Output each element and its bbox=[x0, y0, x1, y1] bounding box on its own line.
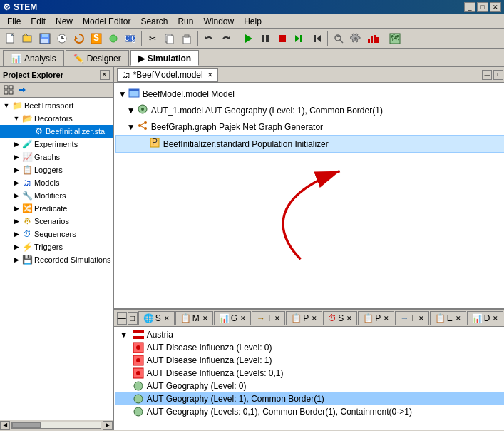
menu-window[interactable]: Window bbox=[199, 15, 238, 28]
menu-run[interactable]: Run bbox=[173, 15, 197, 28]
expand-modifiers[interactable]: ▶ bbox=[11, 191, 21, 201]
tree-item-decorators[interactable]: ▼ 📂 Decorators bbox=[0, 112, 113, 125]
bottom-tab-p1[interactable]: 📋 P ✕ bbox=[286, 311, 322, 325]
expand-experiments[interactable]: ▶ bbox=[11, 139, 21, 149]
expand-aut1-icon[interactable]: ▼ bbox=[127, 106, 137, 116]
menu-help[interactable]: Help bbox=[240, 15, 266, 28]
bottom-header-austria[interactable]: ▼ Austria bbox=[115, 328, 504, 341]
tb-pause-button[interactable] bbox=[257, 31, 273, 46]
tree-item-modifiers[interactable]: ▶ 🔧 Modifiers bbox=[0, 189, 113, 202]
tb-graph-button[interactable] bbox=[365, 31, 381, 46]
tb-rewind-button[interactable] bbox=[309, 31, 324, 46]
expand-beefmodel-icon[interactable]: ▼ bbox=[118, 89, 128, 99]
menu-model-editor[interactable]: Model Editor bbox=[78, 15, 135, 28]
bottom-tab-t1[interactable]: → T ✕ bbox=[252, 311, 285, 325]
bottom-tab-p2[interactable]: 📋 P ✕ bbox=[358, 311, 394, 325]
tree-item-graphs[interactable]: ▶ 📈 Graphs bbox=[0, 151, 113, 163]
tree-item-models[interactable]: ▶ 🗂 Models bbox=[0, 176, 113, 189]
tb-paste-button[interactable] bbox=[179, 31, 195, 46]
bottom-item-1[interactable]: AUT Disease Influenza (Level: 1) bbox=[115, 354, 504, 367]
tb-btn8[interactable]: cfg bbox=[123, 31, 138, 46]
austria-expand-icon[interactable]: ▼ bbox=[118, 329, 130, 340]
tab-simulation[interactable]: ▶ Simulation bbox=[130, 50, 199, 66]
editor-maximize-btn[interactable]: □ bbox=[493, 70, 503, 80]
tree-item-sequencers[interactable]: ▶ ⏱ Sequencers bbox=[0, 228, 113, 240]
maximize-button[interactable]: □ bbox=[477, 2, 488, 12]
bottom-tab-s1-close[interactable]: ✕ bbox=[164, 315, 170, 322]
bottom-tab-d1-close[interactable]: ✕ bbox=[493, 315, 498, 322]
tb-skip-button[interactable] bbox=[292, 31, 307, 46]
bottom-panel-maximize[interactable]: □ bbox=[128, 312, 138, 325]
bottom-tab-p1-close[interactable]: ✕ bbox=[312, 315, 317, 322]
expand-sequencers[interactable]: ▶ bbox=[11, 229, 21, 239]
expand-graphs[interactable]: ▶ bbox=[11, 152, 21, 162]
bottom-item-2[interactable]: AUT Disease Influenza (Levels: 0,1) bbox=[115, 367, 504, 380]
tree-scrollthumb[interactable] bbox=[12, 422, 41, 428]
bottom-tab-t2[interactable]: → T ✕ bbox=[395, 311, 428, 325]
tb-run-button[interactable] bbox=[240, 31, 256, 46]
expand-loggers[interactable]: ▶ bbox=[11, 165, 21, 175]
tree-item-beeftransport[interactable]: ▼ 📁 BeefTransport bbox=[0, 99, 113, 112]
bottom-tab-g1-close[interactable]: ✕ bbox=[240, 315, 246, 322]
tb-new-button[interactable] bbox=[3, 31, 19, 46]
bottom-tab-e1[interactable]: 📋 E ✕ bbox=[430, 311, 466, 325]
tb-clock-button[interactable] bbox=[54, 31, 70, 46]
tb-open-button[interactable] bbox=[20, 31, 36, 46]
bottom-tab-e1-close[interactable]: ✕ bbox=[456, 315, 461, 322]
bottom-tab-m1-close[interactable]: ✕ bbox=[202, 315, 208, 322]
expand-triggers[interactable]: ▶ bbox=[11, 242, 21, 252]
bottom-tab-t2-close[interactable]: ✕ bbox=[418, 315, 424, 322]
tb-cut-button[interactable]: ✂ bbox=[145, 31, 160, 46]
tb-refresh-button[interactable] bbox=[71, 31, 87, 46]
tb-undo-button[interactable] bbox=[201, 31, 217, 46]
expand-models[interactable]: ▶ bbox=[11, 178, 21, 188]
menu-search[interactable]: Search bbox=[136, 15, 172, 28]
tree-item-loggers[interactable]: ▶ 📋 Loggers bbox=[0, 163, 113, 176]
bottom-item-5[interactable]: AUT Geography (Levels: 0,1), Common Bord… bbox=[115, 405, 504, 418]
tb-zoom-button[interactable]: + bbox=[331, 31, 346, 46]
tb-settings-button[interactable] bbox=[348, 31, 364, 46]
bottom-tab-p2-close[interactable]: ✕ bbox=[384, 315, 389, 322]
editor-minimize-btn[interactable]: — bbox=[482, 70, 492, 80]
bottom-item-0[interactable]: AUT Disease Influenza (Level: 0) bbox=[115, 341, 504, 354]
tree-item-scenarios[interactable]: ▶ ⚙ Scenarios bbox=[0, 215, 113, 228]
tb-map-button[interactable]: 🗺 bbox=[387, 31, 403, 46]
tree-scrollbar-h[interactable]: ◀ ▶ bbox=[0, 420, 113, 430]
tree-item-beefinitializer[interactable]: ⚙ BeefInitializer.sta bbox=[0, 125, 113, 138]
tb-btn6[interactable]: S bbox=[88, 31, 104, 46]
bottom-tab-s1[interactable]: 🌐 S ✕ bbox=[138, 311, 175, 325]
menu-new[interactable]: New bbox=[51, 15, 77, 28]
bottom-tab-s2-close[interactable]: ✕ bbox=[346, 315, 352, 322]
model-item-beefmodel[interactable]: ▼ BeefModel.model Model bbox=[115, 86, 504, 102]
model-item-aut1[interactable]: ▼ AUT_1.model AUT Geography (Level: 1), … bbox=[115, 102, 504, 118]
menu-edit[interactable]: Edit bbox=[26, 15, 50, 28]
bottom-tab-s2[interactable]: ⏱ S ✕ bbox=[323, 311, 357, 325]
bottom-tab-g1[interactable]: 📊 G ✕ bbox=[214, 311, 251, 325]
editor-tab-close[interactable]: ✕ bbox=[207, 71, 213, 78]
expand-predicate[interactable]: ▶ bbox=[11, 203, 21, 213]
expand-decorators[interactable]: ▼ bbox=[11, 113, 21, 123]
menu-file[interactable]: File bbox=[3, 15, 25, 28]
collapse-all-button[interactable] bbox=[3, 84, 14, 96]
tb-btn7[interactable] bbox=[106, 31, 121, 46]
tb-stop-button[interactable] bbox=[274, 31, 290, 46]
scroll-left-btn[interactable]: ◀ bbox=[0, 421, 10, 430]
editor-tab-beefmodel[interactable]: 🗂 *BeefModel.model ✕ bbox=[117, 68, 218, 82]
model-item-beefgraph[interactable]: ▼ BeefGraph.graph Pajek Net Graph Genera… bbox=[115, 118, 504, 135]
model-item-beefinitializer-std[interactable]: P BeefInitializer.standard Population In… bbox=[115, 135, 504, 153]
tb-copy-button[interactable] bbox=[162, 31, 178, 46]
panel-close-btn[interactable]: ✕ bbox=[100, 70, 110, 80]
tab-analysis[interactable]: 📊 Analysis bbox=[3, 50, 64, 66]
tree-item-triggers[interactable]: ▶ ⚡ Triggers bbox=[0, 240, 113, 253]
expand-beefgraph-icon[interactable]: ▼ bbox=[127, 122, 137, 132]
scroll-right-btn[interactable]: ▶ bbox=[103, 421, 113, 430]
expand-beeftransport[interactable]: ▼ bbox=[1, 101, 11, 111]
minimize-button[interactable]: _ bbox=[464, 2, 475, 12]
expand-recorded-sims[interactable]: ▶ bbox=[11, 255, 21, 265]
bottom-item-4[interactable]: AUT Geography (Level: 1), Common Border(… bbox=[115, 392, 504, 405]
bottom-panel-minimize[interactable]: — bbox=[117, 312, 127, 325]
bottom-tab-t1-close[interactable]: ✕ bbox=[274, 315, 280, 322]
tree-item-predicate[interactable]: ▶ 🔀 Predicate bbox=[0, 202, 113, 215]
link-editor-button[interactable] bbox=[16, 84, 27, 96]
tab-designer[interactable]: ✏️ Designer bbox=[66, 50, 129, 66]
